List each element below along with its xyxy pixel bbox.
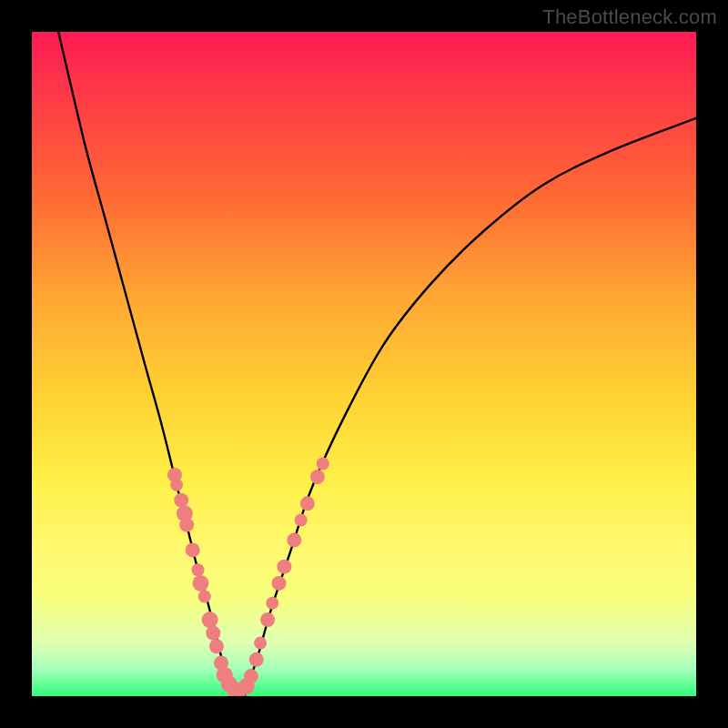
- marker-dot: [254, 637, 267, 650]
- marker-dot: [249, 652, 264, 667]
- curve-layer: [32, 32, 696, 696]
- marker-dot: [266, 597, 278, 610]
- marker-dot: [244, 669, 258, 683]
- chart-container: TheBottleneck.com: [0, 0, 728, 728]
- watermark-text: TheBottleneck.com: [542, 5, 717, 29]
- marker-dot: [209, 639, 224, 653]
- marker-dot: [295, 514, 308, 527]
- marker-dot: [277, 560, 291, 574]
- marker-dot: [202, 612, 218, 628]
- marker-dot: [179, 518, 194, 532]
- marker-dot: [192, 575, 208, 592]
- marker-dot: [317, 458, 329, 470]
- marker-dot: [174, 493, 188, 508]
- marker-dot: [300, 496, 315, 511]
- marker-dot: [198, 591, 211, 603]
- marker-dot: [192, 563, 205, 576]
- right-curve: [245, 118, 696, 696]
- marker-dot: [206, 626, 220, 641]
- marker-dot: [310, 470, 325, 484]
- marker-dot: [287, 532, 301, 547]
- plot-area: [32, 32, 696, 696]
- marker-dot: [272, 576, 287, 591]
- marker-dots: [167, 458, 329, 697]
- marker-dot: [170, 479, 183, 491]
- marker-dot: [260, 612, 275, 627]
- marker-dot: [186, 542, 200, 557]
